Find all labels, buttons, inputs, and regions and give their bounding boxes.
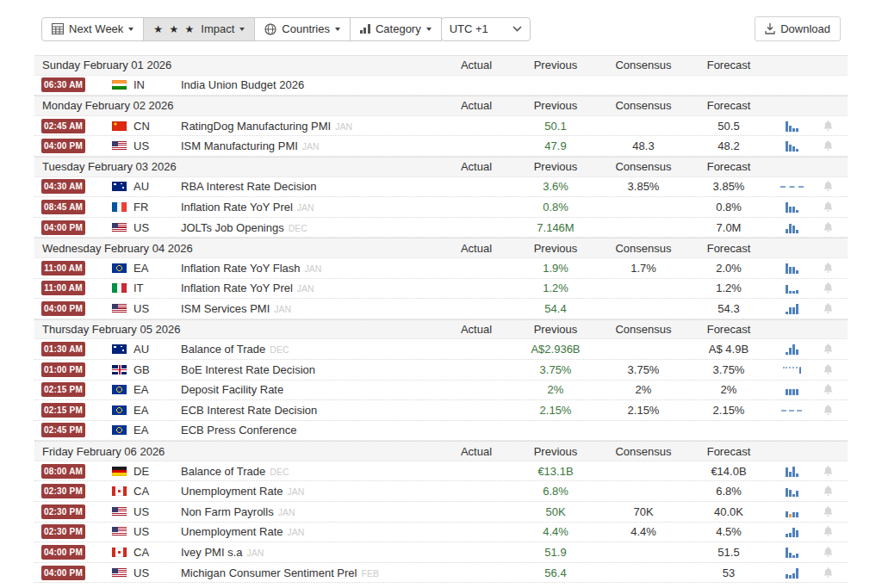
consensus-value[interactable]: 4.4% bbox=[605, 525, 682, 538]
event-row[interactable]: 04:00 PM CA Ivey PMI s.aJAN 51.9 51.5 bbox=[34, 542, 848, 563]
sparkline-chart[interactable] bbox=[775, 181, 808, 192]
sparkline-chart[interactable] bbox=[775, 140, 808, 152]
event-title[interactable]: JOLTs Job OpeningsDEC bbox=[181, 221, 446, 234]
impact-filter-button[interactable]: ★ ★ ★ Impact bbox=[143, 17, 255, 41]
event-title[interactable]: Deposit Facility Rate bbox=[181, 383, 446, 396]
event-row[interactable]: 02:15 PM EA ECB Interest Rate Decision 2… bbox=[34, 400, 848, 421]
event-title[interactable]: Non Farm PayrollsJAN bbox=[181, 505, 446, 518]
forecast-value[interactable]: 54.3 bbox=[682, 302, 775, 315]
event-row[interactable]: 02:15 PM EA Deposit Facility Rate 2% 2% … bbox=[34, 381, 848, 401]
forecast-value[interactable]: 3.75% bbox=[682, 363, 775, 376]
sparkline-chart[interactable] bbox=[775, 506, 808, 517]
forecast-value[interactable]: A$ 4.9B bbox=[682, 343, 775, 356]
alert-bell[interactable] bbox=[808, 344, 848, 355]
alert-bell[interactable] bbox=[808, 121, 848, 132]
forecast-value[interactable]: €14.0B bbox=[682, 465, 775, 478]
event-title[interactable]: ECB Press Conference bbox=[181, 424, 446, 436]
sparkline-chart[interactable] bbox=[775, 547, 808, 558]
forecast-value[interactable]: 51.5 bbox=[682, 546, 775, 559]
sparkline-chart[interactable] bbox=[775, 222, 808, 233]
alert-bell[interactable] bbox=[808, 140, 848, 152]
consensus-value[interactable]: 3.75% bbox=[605, 363, 682, 376]
event-title[interactable]: BoE Interest Rate Decision bbox=[181, 363, 446, 376]
forecast-value[interactable]: 2% bbox=[682, 383, 775, 396]
event-row[interactable]: 04:00 PM US JOLTs Job OpeningsDEC 7.146M… bbox=[34, 218, 848, 238]
consensus-value[interactable]: 3.85% bbox=[605, 180, 682, 193]
event-title[interactable]: Balance of TradeDEC bbox=[181, 465, 446, 478]
previous-value[interactable]: 4.4% bbox=[506, 525, 605, 538]
sparkline-chart[interactable] bbox=[775, 121, 808, 132]
event-title[interactable]: Michigan Consumer Sentiment PrelFEB bbox=[181, 566, 446, 579]
forecast-value[interactable]: 4.5% bbox=[682, 525, 775, 538]
sparkline-chart[interactable] bbox=[775, 344, 808, 355]
forecast-value[interactable]: 6.8% bbox=[682, 485, 775, 498]
forecast-value[interactable]: 3.85% bbox=[682, 180, 775, 193]
alert-bell[interactable] bbox=[808, 282, 848, 294]
alert-bell[interactable] bbox=[808, 526, 848, 537]
event-title[interactable]: India Union Budget 2026 bbox=[181, 78, 446, 91]
alert-bell[interactable] bbox=[808, 547, 848, 558]
forecast-value[interactable]: 0.8% bbox=[682, 201, 775, 214]
event-row[interactable]: 04:00 PM US Michigan Consumer Sentiment … bbox=[34, 563, 848, 584]
sparkline-chart[interactable] bbox=[775, 466, 808, 477]
download-button[interactable]: Download bbox=[755, 16, 841, 41]
event-title[interactable]: Inflation Rate YoY FlashJAN bbox=[181, 262, 446, 275]
event-row[interactable]: 08:45 AM FR Inflation Rate YoY PrelJAN 0… bbox=[34, 197, 848, 218]
sparkline-chart[interactable] bbox=[775, 79, 808, 90]
event-title[interactable]: ISM Manufacturing PMIJAN bbox=[181, 139, 446, 152]
event-row[interactable]: 04:00 PM US ISM Manufacturing PMIJAN 47.… bbox=[34, 136, 848, 157]
event-row[interactable]: 02:30 PM US Non Farm PayrollsJAN 50K 70K… bbox=[34, 502, 848, 523]
event-title[interactable]: Ivey PMI s.aJAN bbox=[181, 546, 446, 559]
event-row[interactable]: 06:30 AM IN India Union Budget 2026 bbox=[34, 76, 848, 96]
forecast-value[interactable]: 48.2 bbox=[682, 139, 775, 152]
sparkline-chart[interactable] bbox=[775, 526, 808, 537]
event-row[interactable]: 01:30 AM AU Balance of TradeDEC A$2.936B… bbox=[34, 339, 848, 360]
alert-bell[interactable] bbox=[808, 201, 848, 213]
alert-bell[interactable] bbox=[808, 384, 848, 395]
sparkline-chart[interactable] bbox=[775, 201, 808, 213]
category-filter-button[interactable]: Category bbox=[350, 17, 442, 41]
event-row[interactable]: 02:45 PM EA ECB Press Conference bbox=[34, 421, 848, 442]
alert-bell[interactable] bbox=[808, 222, 848, 233]
event-row[interactable]: 04:00 PM US ISM Services PMIJAN 54.4 54.… bbox=[34, 299, 848, 319]
previous-value[interactable]: 54.4 bbox=[506, 302, 605, 315]
consensus-value[interactable]: 2.15% bbox=[605, 404, 682, 417]
alert-bell[interactable] bbox=[808, 506, 848, 517]
event-title[interactable]: Balance of TradeDEC bbox=[181, 343, 446, 356]
forecast-value[interactable]: 2.0% bbox=[682, 262, 775, 275]
event-row[interactable]: 02:30 PM CA Unemployment RateJAN 6.8% 6.… bbox=[34, 481, 848, 502]
event-row[interactable]: 02:30 PM US Unemployment RateJAN 4.4% 4.… bbox=[34, 523, 848, 543]
previous-value[interactable]: 7.146M bbox=[506, 221, 605, 234]
alert-bell[interactable] bbox=[808, 567, 848, 579]
previous-value[interactable]: 3.75% bbox=[506, 363, 605, 376]
sparkline-chart[interactable] bbox=[775, 303, 808, 314]
event-title[interactable]: Inflation Rate YoY PrelJAN bbox=[181, 282, 446, 294]
previous-value[interactable]: 0.8% bbox=[506, 201, 605, 214]
forecast-value[interactable]: 7.0M bbox=[682, 221, 775, 234]
event-title[interactable]: RatingDog Manufacturing PMIJAN bbox=[181, 120, 446, 133]
sparkline-chart[interactable] bbox=[775, 364, 808, 375]
forecast-value[interactable]: 50.5 bbox=[682, 120, 775, 133]
alert-bell[interactable] bbox=[808, 181, 848, 192]
event-title[interactable]: Inflation Rate YoY PrelJAN bbox=[181, 201, 446, 214]
alert-bell[interactable] bbox=[808, 364, 848, 375]
consensus-value[interactable]: 48.3 bbox=[605, 139, 682, 152]
sparkline-chart[interactable] bbox=[775, 282, 808, 294]
date-range-button[interactable]: Next Week bbox=[41, 17, 144, 41]
event-title[interactable]: ISM Services PMIJAN bbox=[181, 302, 446, 315]
previous-value[interactable]: 1.2% bbox=[506, 282, 605, 294]
previous-value[interactable]: €13.1B bbox=[506, 465, 605, 478]
previous-value[interactable]: A$2.936B bbox=[506, 343, 605, 356]
previous-value[interactable]: 47.9 bbox=[506, 139, 605, 152]
countries-filter-button[interactable]: Countries bbox=[254, 17, 351, 41]
sparkline-chart[interactable] bbox=[775, 486, 808, 497]
forecast-value[interactable]: 40.0K bbox=[682, 505, 775, 518]
previous-value[interactable]: 51.9 bbox=[506, 546, 605, 559]
previous-value[interactable]: 2.15% bbox=[506, 404, 605, 417]
alert-bell[interactable] bbox=[808, 466, 848, 477]
previous-value[interactable]: 56.4 bbox=[506, 566, 605, 579]
previous-value[interactable]: 1.9% bbox=[506, 262, 605, 275]
previous-value[interactable]: 3.6% bbox=[506, 180, 605, 193]
alert-bell[interactable] bbox=[808, 263, 848, 274]
event-row[interactable]: 11:00 AM EA Inflation Rate YoY FlashJAN … bbox=[34, 258, 848, 279]
